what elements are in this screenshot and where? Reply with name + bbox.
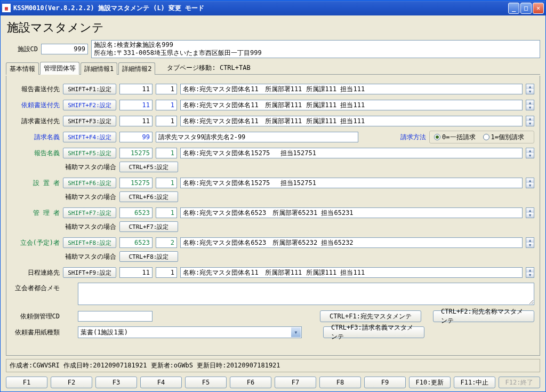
tachiai-num1[interactable]: 6523 [119, 237, 152, 248]
spin-down-icon[interactable]: ▼ [526, 153, 534, 158]
titlebar: ▦ KSSM0010(Ver.8.2.2.2) 施設マスタメンテ (L) 変更 … [1, 1, 545, 15]
irai-num2[interactable]: 1 [156, 100, 177, 110]
hmeigi-aux-button[interactable]: CTRL+F5:設定 [119, 162, 178, 172]
meigi-text: 請求先マスタ99請求先名2-99 [156, 132, 358, 142]
spin-up-icon[interactable]: ▲ [526, 84, 534, 89]
paper-select[interactable]: 葉書(1施設1葉) ▼ [78, 326, 302, 338]
nittei-spinner[interactable]: ▲▼ [526, 267, 534, 278]
hmeigi-num2[interactable]: 1 [156, 148, 177, 158]
function-keys: F1 F2 F3 F4 F5 F6 F7 F8 F9 F10:更新 F11:中止… [6, 374, 540, 389]
houkoku-num2[interactable]: 1 [156, 84, 177, 94]
hmeigi-num1[interactable]: 15275 [119, 148, 152, 158]
irai-cd-input[interactable] [78, 311, 152, 322]
meigi-set-button[interactable]: SHIFT+F4:設定 [63, 132, 116, 142]
kanri-num1[interactable]: 6523 [119, 207, 152, 218]
kanri-set-button[interactable]: SHIFT+F7:設定 [63, 207, 116, 218]
seikyu-num1[interactable]: 11 [119, 116, 152, 126]
secchi-aux-label: 補助マスタの場合 [63, 193, 116, 202]
page-title: 施設マスタメンテ [7, 20, 540, 36]
spin-down-icon[interactable]: ▼ [526, 105, 534, 110]
nittei-set-button[interactable]: SHIFT+F9:設定 [63, 267, 116, 278]
f11-button[interactable]: F11:中止 [454, 377, 495, 388]
status-bar: 作成者:CGWVSRI 作成日時:20120907181921 更新者:oGWb… [6, 359, 540, 372]
ctrl-f1-button[interactable]: CTRL+F1:宛先マスタメンテ [320, 310, 421, 322]
tab-detail2[interactable]: 詳細情報2 [118, 62, 155, 75]
houkoku-set-button[interactable]: SHIFT+F1:設定 [63, 84, 116, 94]
f9-button[interactable]: F9 [364, 377, 406, 388]
memo-textarea[interactable] [78, 283, 534, 305]
f2-button[interactable]: F2 [51, 377, 92, 388]
secchi-num1[interactable]: 15275 [119, 178, 152, 188]
spin-up-icon[interactable]: ▲ [526, 208, 534, 213]
f4-button[interactable]: F4 [140, 377, 182, 388]
spin-up-icon[interactable]: ▲ [526, 148, 534, 153]
irai-set-button[interactable]: SHIFT+F2:設定 [63, 100, 116, 110]
facility-info: 施設名:検査対象施設名999 所在地:〒331-0058埼玉県さいたま市西区飯田… [91, 40, 540, 58]
radio-individual[interactable]: 1=個別請求 [483, 133, 524, 142]
f1-button[interactable]: F1 [6, 377, 47, 388]
houkoku-spinner[interactable]: ▲▼ [526, 84, 534, 94]
spin-up-icon[interactable]: ▲ [526, 268, 534, 273]
irai-num1[interactable]: 11 [119, 100, 152, 110]
meigi-label: 請求名義 [12, 133, 60, 142]
secchi-num2[interactable]: 1 [156, 178, 177, 188]
hmeigi-label: 報告名義 [12, 149, 60, 158]
tachiai-spinner[interactable]: ▲▼ [526, 237, 534, 248]
maximize-button[interactable]: □ [520, 3, 532, 14]
spin-up-icon[interactable]: ▲ [526, 238, 534, 243]
f10-button[interactable]: F10:更新 [409, 377, 451, 388]
seikyu-spinner[interactable]: ▲▼ [526, 116, 534, 126]
nittei-num1[interactable]: 11 [119, 267, 152, 278]
memo-label: 立会者都合メモ [12, 283, 60, 305]
spin-down-icon[interactable]: ▼ [526, 121, 534, 126]
tab-basic[interactable]: 基本情報 [6, 62, 39, 75]
f8-button[interactable]: F8 [319, 377, 361, 388]
paper-value: 葉書(1施設1葉) [81, 328, 128, 337]
tab-detail1[interactable]: 詳細情報1 [81, 62, 117, 75]
tachiai-set-button[interactable]: SHIFT+F8:設定 [63, 237, 116, 248]
tachiai-num2[interactable]: 2 [156, 237, 177, 248]
ctrl-f3-button[interactable]: CTRL+F3:請求名義マスタメンテ [323, 326, 424, 338]
f7-button[interactable]: F7 [275, 377, 316, 388]
kanri-spinner[interactable]: ▲▼ [526, 207, 534, 218]
secchi-aux-button[interactable]: CTRL+F6:設定 [119, 191, 178, 202]
f6-button[interactable]: F6 [230, 377, 271, 388]
paper-label: 依頼書用紙種類 [12, 328, 60, 337]
secchi-set-button[interactable]: SHIFT+F6:設定 [63, 178, 116, 188]
spin-up-icon[interactable]: ▲ [526, 178, 534, 183]
nittei-num2[interactable]: 1 [156, 267, 177, 278]
meigi-num1[interactable]: 99 [119, 132, 152, 142]
kanri-num2[interactable]: 1 [156, 207, 177, 218]
nittei-label: 日程連絡先 [12, 268, 60, 277]
tachiai-aux-label: 補助マスタの場合 [63, 252, 116, 261]
spin-down-icon[interactable]: ▼ [526, 89, 534, 94]
tachiai-aux-button[interactable]: CTRL+F8:設定 [119, 251, 178, 262]
kanri-aux-button[interactable]: CTRL+F7:設定 [119, 221, 178, 232]
tab-management[interactable]: 管理団体等 [40, 62, 79, 75]
spin-up-icon[interactable]: ▲ [526, 116, 534, 121]
spin-down-icon[interactable]: ▼ [526, 243, 534, 247]
houkoku-num1[interactable]: 11 [119, 84, 152, 94]
irai-spinner[interactable]: ▲▼ [526, 100, 534, 110]
spin-down-icon[interactable]: ▼ [526, 183, 534, 188]
close-button[interactable]: ✕ [533, 3, 544, 14]
seikyu-set-button[interactable]: SHIFT+F3:設定 [63, 116, 116, 126]
ctrl-f2-button[interactable]: CTRL+F2:宛先名称マスタメンテ [433, 310, 534, 322]
radio-batch[interactable]: 0=一括請求 [434, 133, 475, 142]
hmeigi-spinner[interactable]: ▲▼ [526, 148, 534, 158]
tab-hint: タブページ移動: CTRL+TAB [167, 63, 250, 74]
radio-dot-icon [483, 134, 489, 140]
hmeigi-set-button[interactable]: SHIFT+F5:設定 [63, 148, 116, 158]
spin-down-icon[interactable]: ▼ [526, 213, 534, 218]
minimize-button[interactable]: _ [508, 3, 519, 14]
secchi-spinner[interactable]: ▲▼ [526, 178, 534, 188]
facility-cd-label: 施設CD [6, 45, 38, 54]
window-title: KSSM0010(Ver.8.2.2.2) 施設マスタメンテ (L) 変更 モー… [13, 4, 508, 13]
chevron-down-icon: ▼ [291, 327, 301, 337]
spin-down-icon[interactable]: ▼ [526, 273, 534, 277]
seikyu-num2[interactable]: 1 [156, 116, 177, 126]
spin-up-icon[interactable]: ▲ [526, 100, 534, 105]
f3-button[interactable]: F3 [95, 377, 137, 388]
f5-button[interactable]: F5 [185, 377, 227, 388]
tachiai-text: 名称:宛先マスタ団体名6523 所属部署65232 担当65232 [180, 237, 523, 248]
